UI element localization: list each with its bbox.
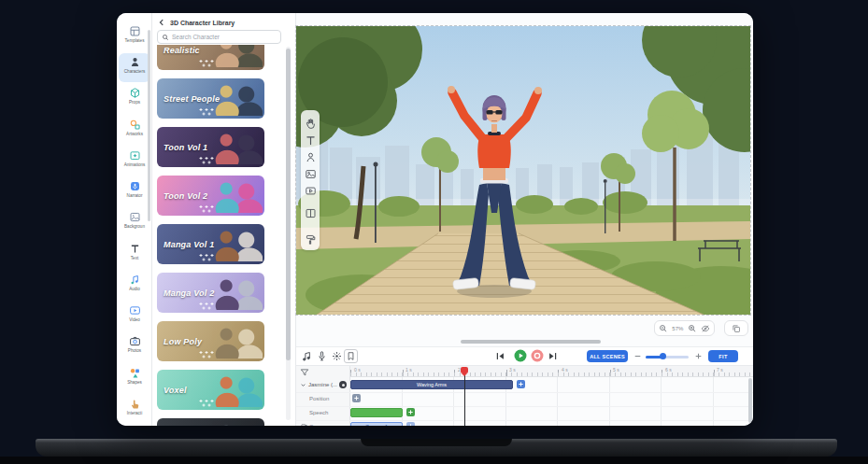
sidebar-item-photos[interactable]: Photos bbox=[119, 332, 150, 361]
panel-header: 3D Character Library bbox=[157, 16, 288, 29]
add-animation-button[interactable] bbox=[517, 380, 525, 388]
sidebar-item-templates[interactable]: Templates bbox=[119, 22, 150, 51]
sidebar-scrollbar[interactable] bbox=[148, 30, 150, 221]
ruler-tick-label: 3 s bbox=[509, 367, 516, 373]
card-voxel[interactable]: Voxel bbox=[157, 370, 264, 410]
sidebar-item-artworks[interactable]: Artworks bbox=[119, 116, 150, 145]
props-cube-icon bbox=[129, 87, 141, 99]
zoom-out-icon[interactable] bbox=[659, 324, 668, 333]
card-street-people[interactable]: Street People bbox=[157, 78, 264, 119]
card-realistic[interactable]: Realistic bbox=[157, 45, 264, 70]
filter-funnel-icon[interactable] bbox=[300, 368, 309, 377]
track-name-position[interactable]: Position bbox=[309, 396, 329, 401]
pan-hand-icon[interactable] bbox=[305, 118, 317, 130]
record-button-icon[interactable] bbox=[531, 349, 544, 362]
track-name-speech[interactable]: Speech bbox=[309, 410, 328, 415]
bookmark-icon bbox=[346, 351, 356, 361]
plus-icon bbox=[407, 423, 414, 426]
sidebar-item-video[interactable]: Video bbox=[119, 302, 150, 330]
zoom-controls: 57% bbox=[654, 320, 715, 336]
card-toon-vol-2[interactable]: Toon Vol 2 bbox=[157, 176, 264, 216]
music-icon[interactable] bbox=[301, 350, 313, 362]
sidebar-item-narrator[interactable]: Narrator bbox=[119, 177, 150, 206]
narrator-mic-icon bbox=[129, 180, 141, 192]
sidebar-item-props[interactable]: Props bbox=[119, 84, 150, 113]
sidebar-item-text[interactable]: Text bbox=[119, 240, 150, 269]
microphone-icon[interactable] bbox=[316, 350, 328, 362]
zoom-level: 57% bbox=[672, 326, 683, 331]
row-separator bbox=[296, 406, 753, 407]
add-position-button[interactable] bbox=[352, 394, 361, 402]
search-box[interactable] bbox=[157, 30, 281, 44]
audio-notes-icon bbox=[129, 274, 141, 286]
sidebar-item-interact[interactable]: Interacti bbox=[119, 395, 150, 424]
search-icon bbox=[162, 34, 169, 41]
interact-hand-icon bbox=[129, 398, 141, 410]
sidebar-item-background[interactable]: Backgroun bbox=[119, 208, 150, 237]
clip-speech[interactable] bbox=[350, 408, 403, 417]
card-manga-vol-1[interactable]: Manga Vol 1 bbox=[157, 224, 264, 264]
scene-canvas[interactable] bbox=[296, 26, 750, 315]
video-icon bbox=[129, 304, 141, 316]
character-tool-icon[interactable] bbox=[305, 151, 317, 163]
sparkles-icon bbox=[198, 107, 215, 116]
card-toon-vol-1[interactable]: Toon Vol 1 bbox=[157, 127, 264, 167]
library-panel: 3D Character Library Realistic Street Pe… bbox=[152, 13, 296, 426]
clip-camera-1[interactable]: Camera 1 bbox=[350, 422, 403, 426]
chevron-down-icon[interactable] bbox=[300, 382, 306, 388]
bookmark-tool[interactable] bbox=[344, 349, 358, 363]
camera-track-icon bbox=[301, 423, 307, 426]
skip-to-start-icon[interactable] bbox=[495, 351, 505, 361]
card-partial[interactable] bbox=[157, 418, 264, 426]
plus-icon bbox=[518, 381, 524, 387]
row-separator bbox=[296, 392, 753, 393]
track-badge-icon[interactable] bbox=[339, 381, 347, 388]
playhead-handle[interactable] bbox=[461, 367, 468, 373]
photos-camera-icon bbox=[129, 335, 141, 347]
sidebar-item-characters[interactable]: Characters bbox=[119, 53, 150, 82]
sidebar-item-shapes[interactable]: Shapes bbox=[119, 364, 150, 393]
skip-to-end-icon[interactable] bbox=[548, 351, 558, 361]
fit-button[interactable]: FIT bbox=[708, 350, 738, 362]
duplicate-copy-icon bbox=[732, 324, 741, 333]
card-low-poly[interactable]: Low Poly bbox=[157, 321, 264, 361]
effects-flare-icon[interactable] bbox=[331, 350, 343, 362]
search-input[interactable] bbox=[172, 34, 275, 40]
paint-roller-icon[interactable] bbox=[305, 233, 317, 246]
add-speech-button[interactable] bbox=[406, 408, 415, 416]
play-button-icon[interactable] bbox=[514, 349, 527, 362]
ruler-tick-label: 4 s bbox=[562, 367, 568, 373]
shapes-icon bbox=[129, 367, 141, 379]
duplicate-box[interactable] bbox=[724, 320, 748, 336]
canvas-horizontal-scrollbar[interactable] bbox=[461, 340, 601, 344]
hide-helpers-eye-icon[interactable] bbox=[701, 324, 710, 333]
back-chevron-icon[interactable] bbox=[157, 18, 166, 27]
sidebar-item-animations[interactable]: Animations bbox=[119, 147, 150, 176]
card-manga-vol-2[interactable]: Manga Vol 2 bbox=[157, 273, 264, 313]
ruler-tick-label: 6 s bbox=[665, 367, 672, 373]
sidebar-item-audio[interactable]: Audio bbox=[119, 271, 150, 300]
track-name-camera[interactable]: Camera bbox=[309, 424, 329, 426]
sparkles-icon bbox=[198, 350, 215, 359]
all-scenes-button[interactable]: ALL SCENES bbox=[587, 350, 628, 362]
clip-waving-arms[interactable]: Waving Arms bbox=[350, 380, 513, 389]
split-view-icon[interactable] bbox=[305, 207, 317, 219]
background-image-icon bbox=[129, 211, 141, 223]
characters-icon bbox=[129, 56, 141, 68]
video-tool-icon[interactable] bbox=[305, 185, 317, 197]
track-name-jasmine[interactable]: Jasmine (... bbox=[308, 382, 337, 387]
timeline-vertical-scrollbar[interactable] bbox=[748, 378, 752, 423]
sparkles-icon bbox=[198, 399, 215, 407]
sparkles-icon bbox=[198, 302, 215, 310]
plus-icon bbox=[353, 395, 360, 401]
sparkles-icon bbox=[198, 204, 215, 213]
panel-scrollbar-thumb[interactable] bbox=[286, 49, 291, 360]
zoom-in-icon[interactable] bbox=[688, 324, 697, 333]
zoom-timeline-minus-icon[interactable] bbox=[633, 352, 642, 360]
add-camera-button[interactable] bbox=[406, 422, 415, 426]
text-tool-icon[interactable] bbox=[305, 134, 317, 147]
zoom-timeline-plus-icon[interactable] bbox=[694, 352, 703, 360]
timeline-zoom-slider-handle[interactable] bbox=[660, 353, 666, 359]
image-tool-icon[interactable] bbox=[305, 168, 317, 180]
sparkles-icon bbox=[198, 59, 215, 67]
